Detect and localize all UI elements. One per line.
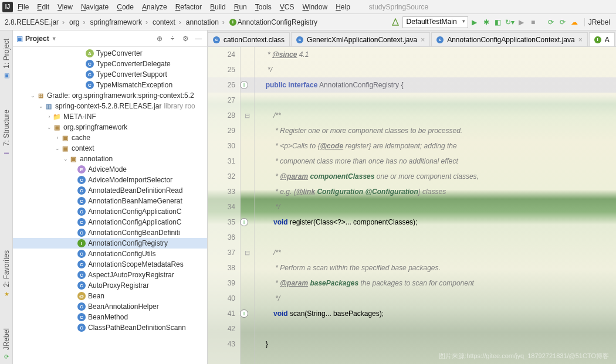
menu-view[interactable]: View: [54, 2, 76, 12]
jrebel-cloud-icon[interactable]: ☁: [569, 17, 580, 28]
tree-item[interactable]: CAnnotationScopeMetadataRes: [13, 259, 207, 270]
left-tool-bar: ▣1: Project ≔7: Structure ★2: Favorites …: [0, 30, 13, 364]
tree-item[interactable]: CAnnotationConfigBeanDefiniti: [13, 227, 207, 238]
tree-item[interactable]: CBeanAnnotationHelper: [13, 301, 207, 312]
jrebel-run-icon[interactable]: ⟳: [546, 17, 556, 28]
menu-run[interactable]: Run: [231, 2, 251, 12]
breadcrumb-5[interactable]: I AnnotationConfigRegistry: [227, 17, 323, 28]
tree-item[interactable]: CAnnotatedBeanDefinitionRead: [13, 185, 207, 196]
menu-code[interactable]: Code: [113, 2, 137, 12]
run-icon[interactable]: ▶: [469, 17, 480, 28]
tree-item[interactable]: CTypeMismatchException: [13, 80, 207, 90]
menubar: IJ FileEditViewNavigateCodeAnalyzeRefact…: [0, 0, 616, 14]
menu-help[interactable]: Help: [332, 2, 354, 12]
editor-tab[interactable]: IA: [589, 32, 615, 46]
project-tree[interactable]: ATypeConverterCTypeConverterDelegateCTyp…: [13, 47, 207, 364]
stop-icon[interactable]: ■: [528, 17, 539, 28]
tree-item[interactable]: CAdviceModeImportSelector: [13, 175, 207, 185]
editor-area: ccationContext.classcGenericXmlApplicati…: [208, 30, 616, 364]
tree-item[interactable]: CClassPathBeanDefinitionScann: [13, 322, 207, 333]
jrebel-debug-icon[interactable]: ⟳: [557, 17, 568, 28]
tree-item[interactable]: ⌄▣annotation: [13, 154, 207, 164]
target-icon[interactable]: ⊕: [154, 33, 165, 44]
tree-item[interactable]: CAnnotationConfigUtils: [13, 249, 207, 259]
tool-tab-favorites[interactable]: ★2: Favorites: [1, 247, 12, 301]
collapse-icon[interactable]: ÷: [167, 33, 178, 44]
breadcrumb-0[interactable]: 2.8.RELEASE.jar: [2, 17, 67, 28]
tree-item[interactable]: CTypeConverterDelegate: [13, 59, 207, 69]
menu-build[interactable]: Build: [207, 2, 229, 12]
project-pane: ▣ Project ▼ ⊕ ÷ ⚙ — ATypeConverterCTypeC…: [13, 30, 208, 364]
code-editor[interactable]: 242526I272829303132333435I363738394041I4…: [208, 47, 616, 364]
chevron-down-icon[interactable]: ▼: [52, 36, 57, 42]
run-config-label: DefaultTestMain: [407, 18, 457, 26]
close-icon[interactable]: ×: [421, 36, 425, 44]
coverage-icon[interactable]: ◧: [493, 17, 503, 28]
run-config-selector[interactable]: DefaultTestMain: [402, 16, 468, 28]
tree-item[interactable]: ›📁META-INF: [13, 111, 207, 122]
tree-item[interactable]: CBeanMethod: [13, 312, 207, 322]
breadcrumb-2[interactable]: springframework: [87, 17, 150, 28]
menu-file[interactable]: File: [14, 2, 32, 12]
build-icon[interactable]: [390, 16, 401, 28]
tool-tab-jrebel[interactable]: ⟳JRebel: [1, 325, 12, 364]
navigation-toolbar: 2.8.RELEASE.jarorgspringframeworkcontext…: [0, 14, 616, 30]
jrebel-label[interactable]: JRebel: [584, 18, 614, 26]
menu-navigate[interactable]: Navigate: [77, 2, 112, 12]
editor-tab[interactable]: ccationContext.class: [208, 32, 290, 46]
menu-vcs[interactable]: VCS: [276, 2, 298, 12]
breadcrumb-4[interactable]: annotation: [184, 17, 227, 28]
tree-item[interactable]: ATypeConverter: [13, 48, 207, 59]
project-pane-title[interactable]: Project: [25, 35, 49, 43]
tree-item[interactable]: ⌄▣context: [13, 143, 207, 154]
watermark: 图片来源:https://gitee.com/jyq_18792721831/@…: [439, 352, 609, 360]
hide-icon[interactable]: —: [193, 33, 204, 44]
editor-tab[interactable]: cAnnotationConfigApplicationContext.java…: [431, 32, 588, 46]
tree-item[interactable]: IAnnotationConfigRegistry: [13, 238, 207, 249]
tool-tab-project[interactable]: ▣1: Project: [1, 35, 12, 83]
menu-edit[interactable]: Edit: [33, 2, 53, 12]
app-logo-icon: IJ: [2, 2, 13, 12]
tree-item[interactable]: @Bean: [13, 291, 207, 301]
profile-icon[interactable]: ↻▾: [505, 17, 515, 28]
tree-item[interactable]: EAdviceMode: [13, 164, 207, 175]
tree-item[interactable]: CAnnotationConfigApplicationC: [13, 217, 207, 227]
editor-tabs: ccationContext.classcGenericXmlApplicati…: [208, 30, 616, 47]
breadcrumb-3[interactable]: context: [150, 17, 184, 28]
tree-item[interactable]: ⌄▥spring-context-5.2.8.RELEASE.jarlibrar…: [13, 101, 207, 111]
menu-refactor[interactable]: Refactor: [172, 2, 205, 12]
tool-tab-structure[interactable]: ≔7: Structure: [1, 106, 12, 160]
tree-item[interactable]: CAutoProxyRegistrar: [13, 280, 207, 291]
attach-icon[interactable]: ▶: [516, 17, 527, 28]
menu-tools[interactable]: Tools: [252, 2, 275, 12]
project-pane-header: ▣ Project ▼ ⊕ ÷ ⚙ —: [13, 30, 207, 47]
debug-icon[interactable]: ✱: [481, 17, 492, 28]
breadcrumb-1[interactable]: org: [67, 17, 87, 28]
tree-item[interactable]: CAnnotationBeanNameGenerat: [13, 196, 207, 206]
gear-icon[interactable]: ⚙: [180, 33, 191, 44]
tree-item[interactable]: CTypeConverterSupport: [13, 69, 207, 80]
project-icon: ▣: [16, 35, 23, 43]
tree-item[interactable]: CAnnotationConfigApplicationC: [13, 206, 207, 217]
tree-item[interactable]: ⌄⊞Gradle: org.springframework:spring-con…: [13, 90, 207, 101]
line-gutter[interactable]: 242526I272829303132333435I363738394041I4…: [208, 47, 241, 364]
code-content[interactable]: * @since 4.1 */ public interface Annotat…: [255, 47, 616, 364]
tree-item[interactable]: ⌄▣org.springframework: [13, 122, 207, 132]
tree-item[interactable]: ›▣cache: [13, 132, 207, 143]
menu-window[interactable]: Window: [299, 2, 331, 12]
project-name: studySpringSource: [369, 3, 428, 11]
tree-item[interactable]: CAspectJAutoProxyRegistrar: [13, 270, 207, 280]
editor-tab[interactable]: cGenericXmlApplicationContext.java×: [291, 32, 430, 46]
menu-analyze[interactable]: Analyze: [138, 2, 171, 12]
close-icon[interactable]: ×: [578, 36, 583, 44]
